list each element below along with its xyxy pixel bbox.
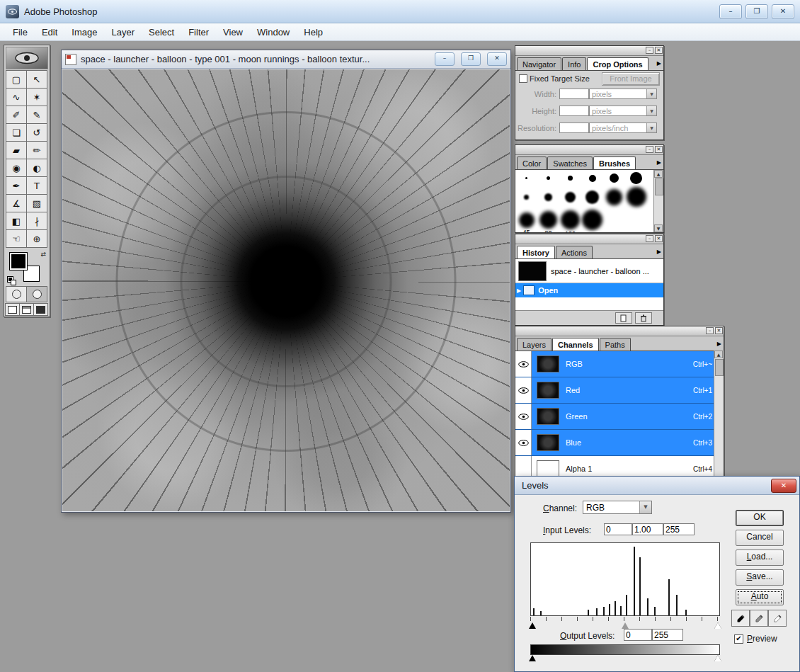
pencil-tool[interactable]: ✏ xyxy=(26,141,47,159)
hand-tool[interactable]: ☜ xyxy=(6,229,27,248)
tab-channels[interactable]: Channels xyxy=(552,338,599,351)
brush-preset-1-0[interactable] xyxy=(515,193,537,200)
palette-minimize-icon[interactable]: – xyxy=(646,235,653,242)
input-white-field[interactable] xyxy=(663,523,695,535)
brush-preset-2-1[interactable]: 90 xyxy=(537,209,559,232)
zoom-tool[interactable]: ⊕ xyxy=(26,229,47,248)
menu-item-filter[interactable]: Filter xyxy=(181,25,216,40)
eye-icon[interactable] xyxy=(515,377,532,403)
channel-row-blue[interactable]: BlueCtrl+3 xyxy=(515,430,724,456)
tab-actions[interactable]: Actions xyxy=(556,246,593,258)
output-white-field[interactable] xyxy=(652,629,683,641)
menu-item-view[interactable]: View xyxy=(216,25,250,40)
type-tool[interactable]: T xyxy=(26,176,47,195)
scroll-down-icon[interactable]: ▼ xyxy=(654,224,663,232)
menu-item-help[interactable]: Help xyxy=(297,25,330,40)
menu-item-image[interactable]: Image xyxy=(64,25,104,40)
eraser-tool[interactable]: ▰ xyxy=(6,141,27,159)
palette-menu-arrow-icon[interactable]: ▶ xyxy=(657,159,661,166)
fixed-target-checkbox[interactable] xyxy=(519,74,527,83)
document-maximize-button[interactable]: ❐ xyxy=(461,52,481,66)
tab-layers[interactable]: Layers xyxy=(517,338,552,351)
lasso-tool[interactable]: ∿ xyxy=(6,88,27,106)
eye-icon[interactable] xyxy=(515,430,532,455)
load-button[interactable]: Load... xyxy=(736,549,784,566)
document-title-bar[interactable]: space - launcher - balloon - type 001 - … xyxy=(62,50,510,69)
brush-preset-1-2[interactable] xyxy=(559,190,581,203)
brush-preset-1-4[interactable] xyxy=(603,187,625,206)
palette-mini-titlebar[interactable]: – ✕ xyxy=(515,46,663,56)
menu-item-file[interactable]: File xyxy=(6,25,35,40)
width-input[interactable] xyxy=(559,89,589,99)
fullscreen-button[interactable] xyxy=(33,303,48,316)
eye-icon[interactable] xyxy=(515,404,532,429)
brush-preset-1-1[interactable] xyxy=(537,191,559,202)
input-black-field[interactable] xyxy=(604,523,632,535)
scrollbar-thumb[interactable] xyxy=(655,178,663,195)
move-tool[interactable]: ↖ xyxy=(26,70,47,89)
channel-row-red[interactable]: RedCtrl+1 xyxy=(515,377,724,404)
paint-bucket-tool[interactable]: ◧ xyxy=(6,212,27,230)
brush-preset-2-0[interactable]: 45 xyxy=(515,210,537,233)
resolution-unit-select[interactable]: pixels/inch ▼ xyxy=(589,123,657,133)
palette-minimize-icon[interactable]: – xyxy=(646,146,653,153)
brushes-scrollbar[interactable]: ▲ ▼ xyxy=(653,170,663,232)
black-point-eyedropper-icon[interactable] xyxy=(731,610,750,627)
standard-screen-button[interactable] xyxy=(5,303,20,316)
gray-point-eyedropper-icon[interactable] xyxy=(750,610,768,627)
dodge-tool[interactable]: ◐ xyxy=(26,159,47,177)
white-point-eyedropper-icon[interactable] xyxy=(768,610,787,627)
input-gamma-slider[interactable] xyxy=(622,622,629,629)
output-white-slider[interactable] xyxy=(714,655,721,661)
menu-item-edit[interactable]: Edit xyxy=(35,25,64,40)
tab-crop-options[interactable]: Crop Options xyxy=(587,57,648,70)
brush-preset-0-2[interactable] xyxy=(559,173,581,181)
maximize-button[interactable]: ❐ xyxy=(745,4,768,19)
history-state-open[interactable]: ▶ Open xyxy=(515,283,663,297)
default-colors-icon[interactable] xyxy=(7,276,16,285)
brush-preset-0-1[interactable] xyxy=(537,174,559,181)
foreground-color-swatch[interactable] xyxy=(9,252,28,270)
preview-checkbox[interactable]: ✔ xyxy=(734,634,743,644)
gradient-tool[interactable]: ▨ xyxy=(26,194,47,212)
channels-scrollbar[interactable]: ▲ ▼ xyxy=(714,351,724,485)
document-minimize-button[interactable]: – xyxy=(435,52,455,66)
palette-mini-titlebar[interactable]: – ✕ xyxy=(515,234,663,244)
palette-close-icon[interactable]: ✕ xyxy=(655,146,663,153)
tab-brushes[interactable]: Brushes xyxy=(593,156,636,169)
ok-button[interactable]: OK xyxy=(736,510,784,526)
scroll-up-icon[interactable]: ▲ xyxy=(654,170,663,178)
magic-wand-tool[interactable]: ✶ xyxy=(26,88,47,106)
resolution-input[interactable] xyxy=(559,123,589,133)
brush-preset-2-3[interactable]: 200 xyxy=(581,207,603,232)
output-black-slider[interactable] xyxy=(529,655,536,661)
palette-mini-titlebar[interactable]: – ✕ xyxy=(515,145,663,155)
document-close-button[interactable]: ✕ xyxy=(487,52,507,66)
palette-close-icon[interactable]: ✕ xyxy=(715,327,723,334)
brush-preset-0-5[interactable] xyxy=(625,170,647,185)
measure-tool[interactable]: ∡ xyxy=(6,194,27,212)
eye-icon[interactable] xyxy=(515,351,532,377)
levels-close-button[interactable]: ✕ xyxy=(771,479,796,493)
palette-menu-arrow-icon[interactable]: ▶ xyxy=(657,249,661,255)
minimize-button[interactable]: – xyxy=(719,4,742,19)
save-button[interactable]: Save... xyxy=(736,569,784,586)
input-white-slider[interactable] xyxy=(714,622,721,629)
channel-select[interactable]: RGB ▼ xyxy=(583,501,652,514)
brush-preset-0-0[interactable] xyxy=(515,175,537,180)
brush-preset-0-3[interactable] xyxy=(581,173,603,183)
palette-minimize-icon[interactable]: – xyxy=(706,327,714,334)
palette-menu-arrow-icon[interactable]: ▶ xyxy=(717,341,721,347)
pen-tool[interactable]: ✒ xyxy=(6,176,27,195)
palette-minimize-icon[interactable]: – xyxy=(646,47,653,54)
close-button[interactable]: ✕ xyxy=(772,4,794,19)
scrollbar-thumb[interactable] xyxy=(715,359,724,376)
menu-item-select[interactable]: Select xyxy=(142,25,181,40)
output-black-field[interactable] xyxy=(624,629,652,641)
standard-mode-button[interactable] xyxy=(6,286,27,302)
delete-trash-button[interactable] xyxy=(635,312,652,324)
brush-preset-2-2[interactable]: 120 xyxy=(559,208,581,232)
palette-menu-arrow-icon[interactable]: ▶ xyxy=(657,60,661,67)
blur-tool[interactable]: ◉ xyxy=(6,159,27,177)
tab-history[interactable]: History xyxy=(517,246,555,258)
